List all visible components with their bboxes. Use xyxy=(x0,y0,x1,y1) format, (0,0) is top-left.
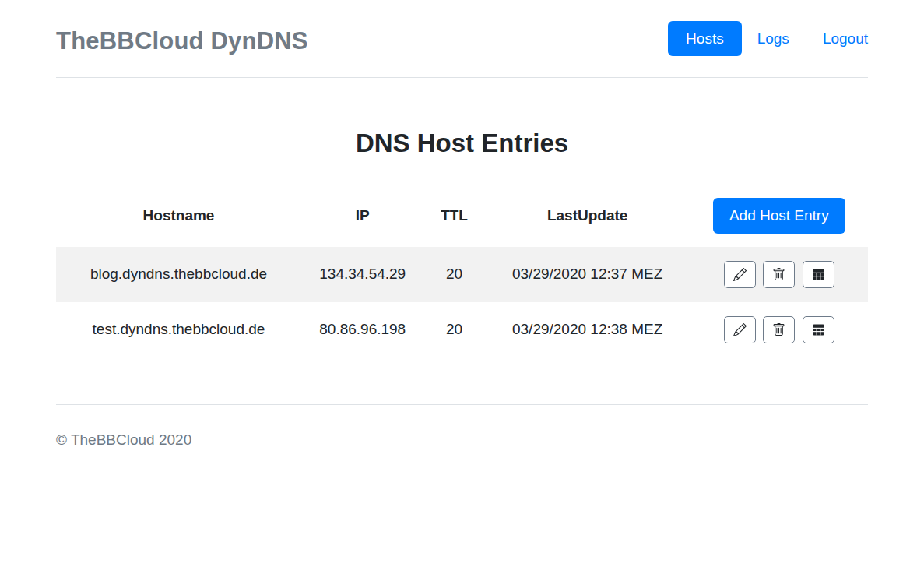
lastupdate-cell: 03/29/2020 12:38 MEZ xyxy=(485,302,690,357)
hostname-cell: blog.dyndns.thebbcloud.de xyxy=(56,247,301,302)
nav-link-logs[interactable]: Logs xyxy=(757,30,789,48)
column-header-ip: IP xyxy=(301,185,423,247)
column-header-actions: Add Host Entry xyxy=(690,185,868,247)
copyright-text: © TheBBCloud 2020 xyxy=(56,431,191,448)
host-details-button[interactable] xyxy=(803,261,834,288)
table-icon xyxy=(812,268,825,281)
column-header-ttl: TTL xyxy=(423,185,484,247)
edit-host-button[interactable] xyxy=(724,316,756,343)
table-icon xyxy=(812,323,825,336)
page-container: TheBBCloud DynDNS Hosts Logs Logout DNS … xyxy=(56,0,868,449)
footer: © TheBBCloud 2020 xyxy=(56,405,868,449)
nav-link-logout[interactable]: Logout xyxy=(823,30,868,48)
ip-cell: 134.34.54.29 xyxy=(301,247,423,302)
table-row: test.dyndns.thebbcloud.de 80.86.96.198 2… xyxy=(56,302,868,357)
main-nav: Hosts Logs Logout xyxy=(668,21,868,57)
edit-host-button[interactable] xyxy=(724,261,756,288)
nav-tab-hosts[interactable]: Hosts xyxy=(668,21,742,57)
pencil-icon xyxy=(733,323,747,336)
hostname-cell: test.dyndns.thebbcloud.de xyxy=(56,302,301,357)
page-title: DNS Host Entries xyxy=(56,128,868,159)
actions-cell xyxy=(690,247,868,302)
table-row: blog.dyndns.thebbcloud.de 134.34.54.29 2… xyxy=(56,247,868,302)
pencil-icon xyxy=(733,268,747,281)
table-header: Hostname IP TTL LastUpdate Add Host Entr… xyxy=(56,185,868,247)
actions-cell xyxy=(690,302,868,357)
dns-host-table: Hostname IP TTL LastUpdate Add Host Entr… xyxy=(56,185,868,357)
trash-icon xyxy=(772,268,785,281)
ip-cell: 80.86.96.198 xyxy=(301,302,423,357)
navbar: TheBBCloud DynDNS Hosts Logs Logout xyxy=(56,0,868,78)
brand-title: TheBBCloud DynDNS xyxy=(56,27,308,55)
trash-icon xyxy=(772,323,785,336)
delete-host-button[interactable] xyxy=(763,316,795,343)
ttl-cell: 20 xyxy=(423,247,484,302)
ttl-cell: 20 xyxy=(423,302,484,357)
column-header-hostname: Hostname xyxy=(56,185,301,247)
lastupdate-cell: 03/29/2020 12:37 MEZ xyxy=(485,247,690,302)
host-details-button[interactable] xyxy=(803,316,834,343)
delete-host-button[interactable] xyxy=(763,261,795,288)
column-header-lastupdate: LastUpdate xyxy=(485,185,690,247)
add-host-entry-button[interactable]: Add Host Entry xyxy=(713,198,845,234)
